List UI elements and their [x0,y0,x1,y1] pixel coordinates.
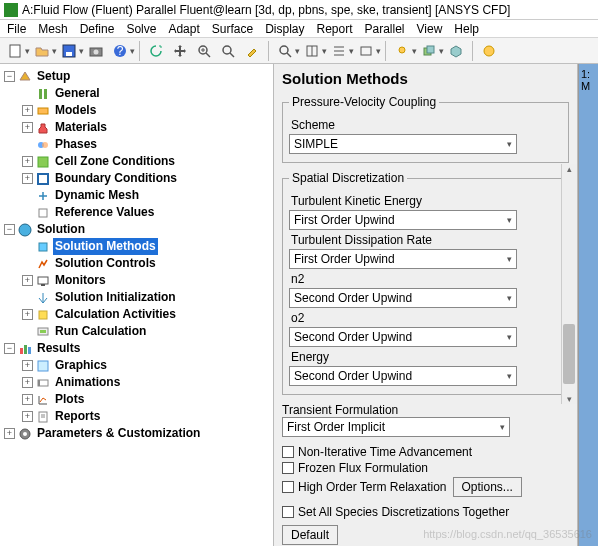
chevron-down-icon[interactable]: ▾ [52,46,57,56]
pan-button[interactable] [169,40,191,62]
sd-dropdown-1[interactable]: First Order Upwind▾ [289,249,517,269]
expand-icon[interactable]: + [22,360,33,371]
lights-button[interactable] [391,40,413,62]
sd-dropdown-4[interactable]: Second Order Upwind▾ [289,366,517,386]
default-button[interactable]: Default [282,525,338,545]
tree-phases[interactable]: Phases [53,136,99,153]
tree-solmethods[interactable]: Solution Methods [53,238,158,255]
chk-hotr[interactable]: High Order Term Relaxation [282,480,447,494]
collapse-icon[interactable]: − [4,224,15,235]
sd-label-2: n2 [291,272,562,286]
menu-report[interactable]: Report [311,20,357,38]
tree-results[interactable]: Results [35,340,82,357]
chevron-down-icon[interactable]: ▾ [25,46,30,56]
tree-solinit[interactable]: Solution Initialization [53,289,178,306]
chevron-down-icon[interactable]: ▾ [322,46,327,56]
tree-refvals[interactable]: Reference Values [53,204,156,221]
graphics-side-tab[interactable]: 1: M [578,64,598,546]
tree-dynmesh[interactable]: Dynamic Mesh [53,187,141,204]
expand-icon[interactable]: + [22,394,33,405]
tree-calcact[interactable]: Calculation Activities [53,306,178,323]
options-button[interactable]: Options... [453,477,522,497]
tree-params[interactable]: Parameters & Customization [35,425,202,442]
tf-dropdown[interactable]: First Order Implicit▾ [282,417,510,437]
expand-icon[interactable]: + [22,309,33,320]
menu-parallel[interactable]: Parallel [360,20,410,38]
wireframe-button[interactable] [355,40,377,62]
menu-display[interactable]: Display [260,20,309,38]
svg-point-11 [223,46,231,54]
tree-solcontrols[interactable]: Solution Controls [53,255,158,272]
collapse-icon[interactable]: − [4,343,15,354]
open-button[interactable] [31,40,53,62]
tree-reports[interactable]: Reports [53,408,102,425]
sd-dropdown-0[interactable]: First Order Upwind▾ [289,210,517,230]
chk-setall[interactable]: Set All Species Discretizations Together [282,505,569,519]
tree-runcalc[interactable]: Run Calculation [53,323,148,340]
menu-surface[interactable]: Surface [207,20,258,38]
svg-line-8 [206,53,210,57]
scheme-dropdown[interactable]: SIMPLE▾ [289,134,517,154]
help-toolbar-button[interactable]: ? [109,40,131,62]
scroll-down-icon[interactable]: ▾ [567,394,572,404]
expand-icon[interactable]: + [22,377,33,388]
expand-icon[interactable]: + [4,428,15,439]
chevron-down-icon[interactable]: ▾ [79,46,84,56]
expand-icon[interactable]: + [22,156,33,167]
tree-boundary[interactable]: Boundary Conditions [53,170,179,187]
tree-animations[interactable]: Animations [53,374,122,391]
tree-models[interactable]: Models [53,102,98,119]
menu-view[interactable]: View [412,20,448,38]
views-button[interactable] [301,40,323,62]
sd-dropdown-2[interactable]: Second Order Upwind▾ [289,288,517,308]
chevron-down-icon[interactable]: ▾ [130,46,135,56]
fit-button[interactable] [274,40,296,62]
tree-plots[interactable]: Plots [53,391,86,408]
menu-file[interactable]: File [2,20,31,38]
chevron-down-icon[interactable]: ▾ [295,46,300,56]
overlay-button[interactable] [418,40,440,62]
chevron-down-icon[interactable]: ▾ [439,46,444,56]
menu-adapt[interactable]: Adapt [163,20,204,38]
chk-nita[interactable]: Non-Iterative Time Advancement [282,445,569,459]
vertical-scrollbar[interactable]: ▴ ▾ [561,164,577,404]
outline-tree[interactable]: −Setup General +Models +Materials Phases… [0,64,274,546]
expand-icon[interactable]: + [22,122,33,133]
tree-materials[interactable]: Materials [53,119,109,136]
iso-button[interactable] [445,40,467,62]
zoom-box-button[interactable] [217,40,239,62]
align-button[interactable] [328,40,350,62]
tree-monitors[interactable]: Monitors [53,272,108,289]
tree-setup[interactable]: Setup [35,68,72,85]
new-button[interactable] [4,40,26,62]
expand-icon[interactable]: + [22,173,33,184]
probe-button[interactable] [241,40,263,62]
annotation-button[interactable] [478,40,500,62]
setup-icon [18,70,32,84]
scrollbar-thumb[interactable] [563,324,575,384]
expand-icon[interactable]: + [22,275,33,286]
menu-mesh[interactable]: Mesh [33,20,72,38]
rotate-button[interactable] [145,40,167,62]
tree-cellzone[interactable]: Cell Zone Conditions [53,153,177,170]
tree-general[interactable]: General [53,85,102,102]
chk-ffx[interactable]: Frozen Flux Formulation [282,461,569,475]
collapse-icon[interactable]: − [4,71,15,82]
menu-solve[interactable]: Solve [121,20,161,38]
checkbox-icon [282,481,294,493]
menu-define[interactable]: Define [75,20,120,38]
chevron-down-icon[interactable]: ▾ [349,46,354,56]
save-button[interactable] [58,40,80,62]
sd-dropdown-3[interactable]: Second Order Upwind▾ [289,327,517,347]
chevron-down-icon[interactable]: ▾ [412,46,417,56]
scroll-up-icon[interactable]: ▴ [567,164,572,174]
camera-button[interactable] [85,40,107,62]
expand-icon[interactable]: + [22,105,33,116]
zoom-in-button[interactable] [193,40,215,62]
chevron-down-icon[interactable]: ▾ [376,46,381,56]
tree-solution[interactable]: Solution [35,221,87,238]
expand-icon[interactable]: + [22,411,33,422]
solution-icon [18,223,32,237]
tree-graphics[interactable]: Graphics [53,357,109,374]
menu-help[interactable]: Help [449,20,484,38]
